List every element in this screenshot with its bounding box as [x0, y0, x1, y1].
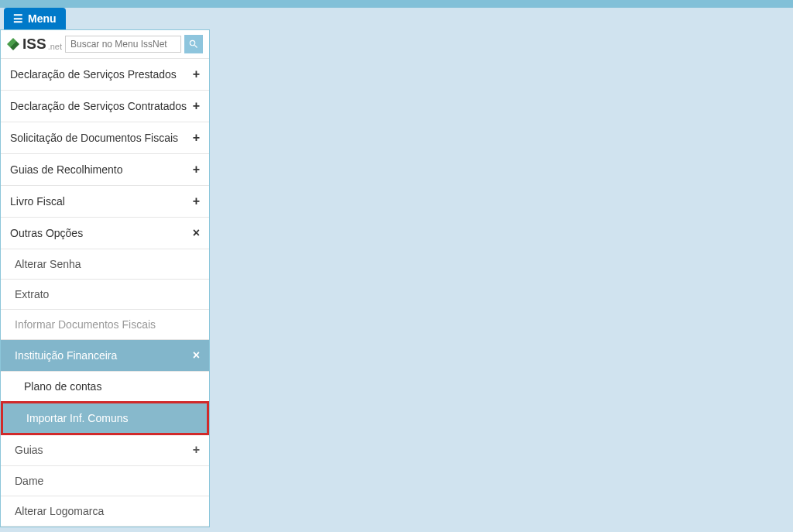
search-icon: [188, 39, 199, 50]
sub2-item-plano-contas[interactable]: Plano de contas: [1, 372, 209, 402]
menu-item-label: Livro Fiscal: [10, 195, 65, 208]
menu-item-livro-fiscal[interactable]: Livro Fiscal +: [1, 186, 209, 218]
menu-item-guias-recolhimento[interactable]: Guias de Recolhimento +: [1, 154, 209, 186]
submenu-item-label: Alterar Logomarca: [15, 505, 104, 517]
plus-icon: +: [193, 99, 200, 113]
close-icon: ×: [193, 348, 200, 362]
menu-button-label: Menu: [28, 12, 57, 25]
plus-icon: +: [193, 67, 200, 81]
menu-list: Declaração de Serviços Prestados + Decla…: [1, 59, 209, 527]
menu-item-label: Declaração de Serviços Contratados: [10, 100, 187, 112]
submenu-item-label: Instituição Financeira: [15, 349, 117, 362]
menu-item-label: Solicitação de Documentos Fiscais: [10, 132, 178, 144]
close-icon: ×: [193, 226, 200, 240]
submenu-item-label: Dame: [15, 475, 43, 487]
submenu-item-label: Alterar Senha: [15, 258, 81, 270]
sidebar: ISS .net Declaração de Serviços Prestado…: [0, 29, 210, 527]
submenu-item-instituicao-financeira[interactable]: Instituição Financeira ×: [1, 340, 209, 372]
search-button[interactable]: [184, 35, 203, 53]
plus-icon: +: [193, 163, 200, 177]
sidebar-header: ISS .net: [1, 30, 209, 59]
menu-item-servicos-contratados[interactable]: Declaração de Serviços Contratados +: [1, 91, 209, 122]
submenu-item-label: Extrato: [15, 288, 49, 300]
submenu-item-alterar-logomarca[interactable]: Alterar Logomarca: [1, 496, 209, 527]
plus-icon: +: [193, 194, 200, 208]
menu-item-label: Declaração de Serviços Prestados: [10, 68, 177, 81]
plus-icon: +: [193, 131, 200, 145]
submenu-item-extrato[interactable]: Extrato: [1, 280, 209, 310]
sub2-item-label: Importar Inf. Comuns: [26, 412, 129, 424]
plus-icon: +: [193, 443, 200, 457]
menu-item-label: Outras Opções: [10, 227, 83, 239]
menu-item-servicos-prestados[interactable]: Declaração de Serviços Prestados +: [1, 59, 209, 91]
sub2-item-label: Plano de contas: [24, 380, 101, 393]
logo-text-sub: .net: [48, 42, 62, 51]
logo-text-main: ISS: [22, 36, 46, 53]
menu-item-label: Guias de Recolhimento: [10, 163, 123, 176]
submenu-item-label: Informar Documentos Fiscais: [15, 318, 156, 331]
submenu-item-guias[interactable]: Guias +: [1, 434, 209, 466]
menu-toggle-button[interactable]: ☰ Menu: [4, 8, 66, 29]
top-bar: [0, 0, 793, 8]
submenu-item-informar-documentos[interactable]: Informar Documentos Fiscais: [1, 310, 209, 340]
menu-item-outras-opcoes[interactable]: Outras Opções ×: [1, 218, 209, 249]
logo: ISS .net: [7, 36, 62, 53]
logo-icon: [7, 38, 19, 50]
submenu-item-dame[interactable]: Dame: [1, 466, 209, 496]
search-input[interactable]: [65, 36, 181, 53]
menu-item-documentos-fiscais[interactable]: Solicitação de Documentos Fiscais +: [1, 122, 209, 154]
sub2-item-importar-inf-comuns[interactable]: Importar Inf. Comuns: [1, 401, 209, 435]
hamburger-icon: ☰: [13, 13, 23, 24]
submenu-item-label: Guias: [15, 444, 43, 456]
submenu-item-alterar-senha[interactable]: Alterar Senha: [1, 249, 209, 280]
